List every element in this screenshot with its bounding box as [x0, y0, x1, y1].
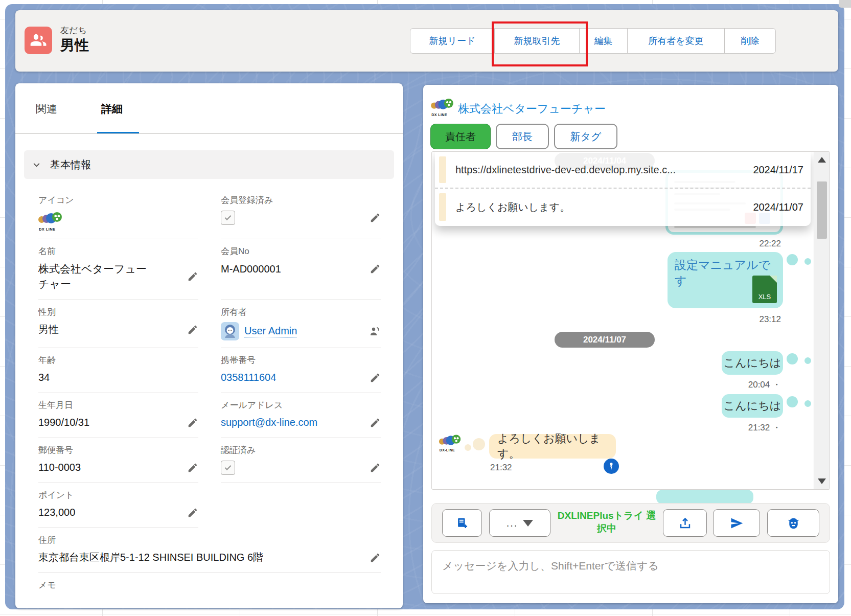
template-message-button[interactable] [442, 509, 482, 537]
field-value: 株式会社ベターフューチャー [38, 261, 153, 292]
registered-checkbox-checked[interactable] [221, 211, 235, 225]
document-plus-icon [455, 516, 469, 530]
pushpin-icon [607, 462, 616, 471]
field-value: 123,000 [38, 505, 75, 520]
tag-new[interactable]: 新タグ [554, 124, 617, 149]
scroll-up-arrow-icon[interactable] [818, 157, 826, 163]
verified-checkbox-checked[interactable] [221, 461, 235, 475]
edit-button[interactable]: 編集 [580, 28, 628, 54]
more-options-dropdown[interactable]: ... [489, 509, 550, 537]
field-value: M-AD000001 [221, 262, 281, 277]
field-label: アイコン [38, 194, 198, 206]
change-owner-icon[interactable] [369, 325, 381, 337]
edit-pencil-icon[interactable] [187, 462, 198, 473]
field-label: 携帯番号 [221, 354, 381, 366]
delete-button[interactable]: 削除 [725, 28, 776, 54]
field-gender: 性別 男性 [38, 300, 198, 348]
partially-hidden-message [656, 490, 753, 504]
field-memo: メモ [38, 573, 381, 602]
field-name: 名前 株式会社ベターフューチャー [38, 239, 198, 300]
chevron-down-icon [32, 161, 41, 169]
dx-line-logo: DX LINE [38, 210, 63, 232]
new-account-button[interactable]: 新規取引先 [495, 28, 580, 54]
message-timestamp: 21:32 ・ [748, 422, 781, 434]
tag-manager[interactable]: 責任者 [430, 124, 491, 149]
robot-icon [787, 516, 800, 530]
read-indicator-dot [787, 353, 798, 364]
dx-line-logo: DX LINE [431, 97, 454, 117]
field-points: ポイント 123,000 [38, 483, 198, 528]
field-label: 郵便番号 [38, 444, 198, 456]
check-icon [224, 464, 232, 472]
field-value: 東京都台東区根岸5-1-12 SHINSEI BUILDING 6階 [38, 550, 263, 565]
tab-divider [15, 133, 403, 134]
pinned-text: https://dxlinetestdrive-dev-ed.develop.m… [455, 164, 676, 176]
file-message[interactable]: 設定マニュアルです XLS [668, 252, 783, 308]
field-label: 性別 [38, 306, 198, 318]
field-owner: 所有者 User Admin [221, 300, 381, 348]
read-indicator-dot [804, 258, 811, 265]
pin-message-button[interactable] [604, 459, 619, 474]
chat-scrollbar[interactable] [814, 152, 830, 489]
edit-pencil-icon[interactable] [187, 507, 198, 518]
caret-down-icon [523, 520, 533, 527]
field-label: ポイント [38, 489, 198, 501]
field-label: 会員登録済み [221, 194, 381, 206]
message-timestamp: 22:22 [759, 239, 781, 249]
field-icon: アイコン DX LINE [38, 188, 198, 239]
section-basic-info[interactable]: 基本情報 [24, 150, 394, 179]
field-member-no: 会員No M-AD000001 [221, 239, 381, 300]
edit-pencil-icon[interactable] [370, 462, 381, 473]
field-value: 110-0003 [38, 460, 81, 475]
contact-avatar-dx-line-logo: DX-LINE [439, 433, 462, 453]
new-lead-button[interactable]: 新規リード [410, 28, 495, 54]
record-detail-panel: 関連 詳細 基本情報 アイコン DX LINE 会員登録済み [15, 83, 403, 608]
pinned-date: 2024/11/07 [753, 201, 803, 213]
field-label: 住所 [38, 534, 381, 546]
field-birthdate: 生年月日 1990/10/31 [38, 393, 198, 438]
email-link[interactable]: support@dx-line.com [221, 415, 317, 430]
read-indicator-dot [787, 396, 798, 407]
field-label: メールアドレス [221, 399, 381, 411]
chat-contact-name[interactable]: 株式会社ベターフューチャー [458, 101, 606, 117]
tag-director[interactable]: 部長 [496, 124, 549, 149]
edit-pencil-icon[interactable] [370, 417, 381, 428]
owner-link[interactable]: User Admin [244, 325, 297, 337]
field-spacer [221, 483, 381, 528]
edit-pencil-icon[interactable] [370, 552, 381, 563]
field-email: メールアドレス support@dx-line.com [221, 393, 381, 438]
message-input[interactable] [432, 551, 830, 594]
edit-pencil-icon[interactable] [187, 271, 198, 282]
send-button[interactable] [713, 509, 760, 537]
edit-pencil-icon[interactable] [187, 324, 198, 335]
mobile-link[interactable]: 0358111604 [221, 370, 276, 385]
plan-status-label: DXLINEPlusトライ 選択中 [554, 510, 660, 535]
upload-button[interactable] [663, 509, 707, 537]
message-timestamp: 20:04 ・ [748, 379, 781, 391]
scrollbar-thumb[interactable] [817, 181, 827, 239]
people-icon [29, 31, 48, 50]
change-owner-button[interactable]: 所有者を変更 [628, 28, 725, 54]
xls-file-icon[interactable]: XLS [752, 276, 777, 303]
chat-message-area: 2024/11/04 22:22 設定マニュアルです XLS 23:12 202… [431, 151, 830, 490]
pin-accent-bar [439, 193, 446, 221]
field-value: 34 [38, 370, 50, 385]
pinned-item[interactable]: https://dxlinetestdrive-dev-ed.develop.m… [435, 152, 811, 189]
tab-details[interactable]: 詳細 [101, 102, 123, 116]
scroll-down-arrow-icon[interactable] [818, 478, 826, 484]
field-label: 所有者 [221, 306, 381, 318]
edit-pencil-icon[interactable] [370, 372, 381, 383]
message-timestamp: 23:12 [759, 314, 781, 325]
field-value: 1990/10/31 [38, 415, 89, 430]
pinned-messages-overlay: https://dxlinetestdrive-dev-ed.develop.m… [435, 152, 811, 226]
field-label: 生年月日 [38, 399, 198, 411]
section-title: 基本情報 [50, 158, 91, 172]
field-label: 会員No [221, 245, 381, 257]
bot-button[interactable] [767, 509, 819, 537]
edit-pencil-icon[interactable] [370, 263, 381, 275]
edit-pencil-icon[interactable] [370, 212, 381, 223]
read-indicator-dot [787, 254, 798, 265]
pinned-item[interactable]: よろしくお願いします。 2024/11/07 [435, 189, 811, 225]
edit-pencil-icon[interactable] [187, 417, 198, 428]
tab-related[interactable]: 関連 [36, 102, 57, 116]
